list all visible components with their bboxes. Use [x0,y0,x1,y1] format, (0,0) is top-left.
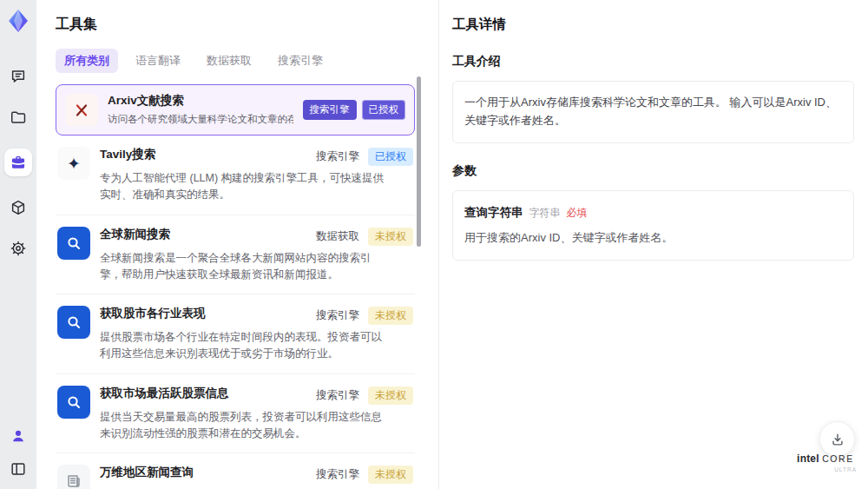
auth-status-badge: 未授权 [368,307,413,325]
brand-ultra: ultra [794,466,857,472]
tavily-star-icon: ✦ [57,147,90,180]
folder-icon[interactable] [9,108,28,127]
user-avatar-icon[interactable] [9,426,28,446]
param-description: 用于搜索的Arxiv ID、关键字或作者姓名。 [464,229,842,248]
category-badge: 搜索引擎 [303,100,357,120]
tab-data-fetch[interactable]: 数据获取 [198,49,260,73]
category-label: 搜索引擎 [316,467,359,482]
auth-status-badge: 未授权 [368,228,413,246]
app-logo-icon[interactable] [5,8,31,34]
app-window: 工具集 所有类别 语言翻译 数据获取 搜索引擎 Arxiv文献搜索 访问各个研究… [0,0,868,489]
auth-status-badge: 已授权 [362,100,406,120]
search-app-icon [57,386,90,419]
chat-icon[interactable] [9,67,28,86]
category-label: 搜索引擎 [316,149,359,164]
auth-status-badge: 已授权 [368,148,413,166]
tool-name: Tavily搜索 [100,147,155,162]
intro-box: 一个用于从Arxiv存储库搜索科学论文和文章的工具。 输入可以是Arxiv ID… [452,81,854,143]
tool-card-arxiv[interactable]: Arxiv文献搜索 访问各个研究领域大量科学论文和文章的存储库。 搜索引擎 已授… [56,84,415,135]
param-name: 查询字符串 [464,203,523,222]
list-scrollbar-thumb[interactable] [417,76,421,247]
intel-core-logo: intel core ultra [794,453,857,472]
auth-status-badge: 未授权 [368,466,413,484]
tool-name: 万维地区新闻查询 [100,465,194,480]
briefcase-icon-tools[interactable] [4,149,32,176]
gear-icon[interactable] [9,239,28,258]
tool-name: 获取股市各行业表现 [100,306,206,321]
tool-details-panel: 工具详情 工具介绍 一个用于从Arxiv存储库搜索科学论文和文章的工具。 输入可… [440,0,868,489]
tab-all-categories[interactable]: 所有类别 [56,49,118,73]
tool-card-tavily[interactable]: ✦ Tavily搜索 搜索引擎 已授权 专为人工智能代理 (LLM) 构建的搜索… [56,135,415,215]
tool-description: 提供股票市场各个行业在特定时间段内的表现。投资者可以利用这些信息来识别表现优于或… [100,329,391,362]
param-required-flag: 必填 [567,205,588,221]
brand-core: core [822,453,854,464]
param-box: 查询字符串 字符串 必填 用于搜索的Arxiv ID、关键字或作者姓名。 [452,190,854,261]
tool-card-stock-sectors[interactable]: 获取股市各行业表现 搜索引擎 未授权 提供股票市场各个行业在特定时间段内的表现。… [56,294,415,374]
tools-list-panel: 工具集 所有类别 语言翻译 数据获取 搜索引擎 Arxiv文献搜索 访问各个研究… [36,0,439,489]
tool-name: Arxiv文献搜索 [108,93,293,109]
tool-card-global-news[interactable]: 全球新闻搜索 数据获取 未授权 全球新闻搜索是一个聚合全球各大新闻网站内容的搜索… [56,215,415,295]
tool-name: 全球新闻搜索 [100,227,170,242]
intro-text: 一个用于从Arxiv存储库搜索科学论文和文章的工具。 输入可以是Arxiv ID… [464,96,837,127]
rail-bottom [9,426,28,479]
tab-search-engine[interactable]: 搜索引擎 [269,49,332,73]
tool-card-active-stocks[interactable]: 获取市场最活跃股票信息 搜索引擎 未授权 提供当天交易量最高的股票列表，投资者可… [56,374,415,454]
tool-description: 全球新闻搜索是一个聚合全球各大新闻网站内容的搜索引擎，帮助用户快速获取全球最新资… [100,250,391,283]
search-app-icon [57,227,90,260]
search-app-icon [57,306,90,339]
category-label: 数据获取 [316,229,359,244]
param-type: 字符串 [529,205,561,221]
rail-nav [4,67,32,258]
category-label: 搜索引擎 [316,308,359,323]
brand-intel: intel [797,453,819,465]
tool-description: 访问各个研究领域大量科学论文和文章的存储库。 [108,112,293,127]
category-tabs: 所有类别 语言翻译 数据获取 搜索引擎 [56,49,415,73]
download-button[interactable] [819,421,855,457]
details-title: 工具详情 [452,16,854,34]
tool-name: 获取市场最活跃股票信息 [100,386,229,401]
download-icon [830,432,845,447]
tab-language-translation[interactable]: 语言翻译 [127,49,189,73]
page-title: 工具集 [56,16,415,34]
left-rail [0,0,36,489]
layout-toggle-icon[interactable] [9,459,28,479]
tool-description: 提供当天交易量最高的股票列表，投资者可以利用这些信息来识别流动性强的股票和潜在的… [100,409,391,442]
auth-status-badge: 未授权 [368,387,413,405]
tool-description: 专为人工智能代理 (LLM) 构建的搜索引擎工具，可快速提供实时、准确和真实的结… [100,170,391,203]
tool-list: Arxiv文献搜索 访问各个研究领域大量科学论文和文章的存储库。 搜索引擎 已授… [56,84,415,489]
params-heading: 参数 [452,163,854,179]
newspaper-icon [57,465,90,489]
tool-card-region-news[interactable]: 万维地区新闻查询 搜索引擎 未授权 查询具体行政区划内的新闻，快速了解各地新闻动… [56,453,415,489]
intro-heading: 工具介绍 [452,54,854,69]
arxiv-logo-icon [65,94,98,127]
category-label: 搜索引擎 [316,388,359,403]
cube-icon[interactable] [9,198,28,217]
